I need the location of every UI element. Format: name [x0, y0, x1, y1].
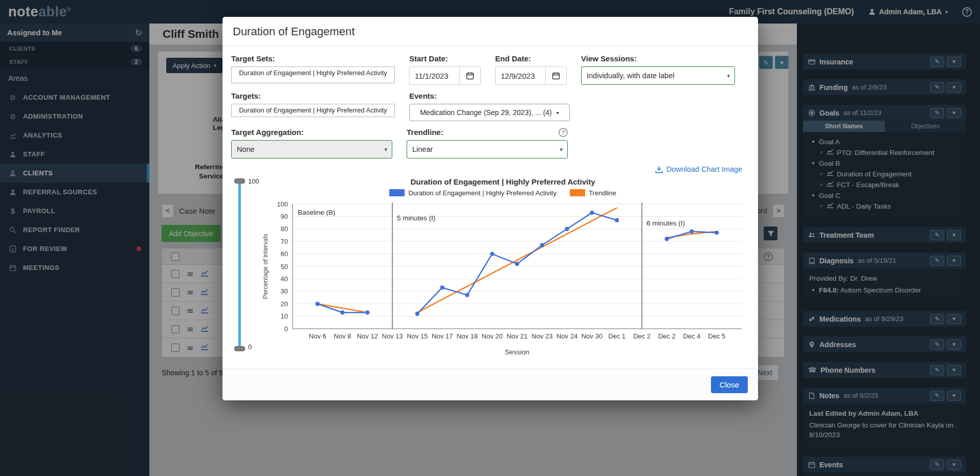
chart-legend: Duration of Engagement | Highly Preferre… — [260, 189, 746, 197]
targets-label: Targets: — [231, 92, 395, 100]
download-row: Download Chart Image — [231, 165, 749, 175]
svg-text:6 minutes (I): 6 minutes (I) — [647, 219, 685, 227]
target-aggregation-value: None — [237, 145, 255, 153]
trendline-help-icon[interactable]: ? — [559, 128, 568, 137]
svg-text:Nov 23: Nov 23 — [531, 332, 552, 340]
target-aggregation-select[interactable]: None ▾ — [231, 140, 392, 158]
svg-text:Nov 8: Nov 8 — [334, 332, 351, 340]
form-row-2: Targets: Duration of Engagement | Highly… — [231, 92, 749, 121]
slider-min-value: 0 — [248, 343, 252, 351]
engagement-line-chart: 0102030405060708090100Nov 6Nov 8Nov 12No… — [260, 200, 746, 357]
end-date-label: End Date: — [495, 54, 567, 63]
chart-column: Duration of Engagement | Highly Preferre… — [260, 177, 746, 359]
svg-text:Nov 6: Nov 6 — [309, 332, 326, 340]
trendline-field: Trendline: ? Linear ▾ — [407, 128, 568, 158]
calendar-icon — [552, 72, 560, 80]
chart-area: 100 0 Duration of Engagement | Highly Pr… — [231, 177, 749, 359]
start-date-field: Start Date: — [409, 54, 481, 85]
svg-text:Nov 20: Nov 20 — [482, 332, 503, 340]
slider-min-handle[interactable] — [234, 346, 245, 351]
form-row-1: Target Sets: Duration of Engagement | Hi… — [231, 54, 749, 85]
svg-text:Dec 4: Dec 4 — [683, 332, 700, 340]
view-sessions-field: View Sessions: Individually, with date l… — [581, 54, 735, 85]
events-dropdown[interactable]: Medication Change (Sep 29, 2023), ... (4… — [409, 104, 570, 121]
y-axis-range-slider[interactable]: 100 0 — [231, 179, 260, 353]
slider-max-handle[interactable] — [234, 178, 245, 184]
svg-text:90: 90 — [281, 212, 288, 220]
target-sets-field: Target Sets: Duration of Engagement | Hi… — [231, 54, 395, 85]
svg-text:Baseline (B): Baseline (B) — [298, 209, 336, 216]
target-sets-label: Target Sets: — [231, 54, 395, 63]
svg-text:Nov 30: Nov 30 — [582, 332, 603, 340]
events-field: Events: Medication Change (Sep 29, 2023)… — [409, 92, 570, 121]
start-date-label: Start Date: — [409, 54, 481, 63]
start-date-calendar-button[interactable] — [459, 66, 481, 85]
svg-text:5 minutes (I): 5 minutes (I) — [397, 214, 435, 221]
svg-text:Nov 12: Nov 12 — [357, 332, 378, 340]
trendline-label: Trendline: — [407, 128, 443, 137]
duration-of-engagement-modal: Duration of Engagement Target Sets: Dura… — [222, 17, 758, 400]
svg-text:Dec 2: Dec 2 — [658, 332, 676, 340]
modal-title: Duration of Engagement — [233, 25, 748, 38]
slider-track[interactable] — [238, 180, 241, 350]
svg-text:Nov 13: Nov 13 — [382, 332, 403, 340]
download-chart-image-link[interactable]: Download Chart Image — [655, 165, 742, 173]
svg-text:20: 20 — [281, 300, 288, 307]
modal-footer: Close — [222, 369, 758, 400]
legend-label: Trendline — [589, 189, 616, 197]
chevron-down-icon: ▾ — [727, 73, 730, 79]
download-link-label: Download Chart Image — [666, 165, 742, 173]
view-sessions-value: Individually, with date label — [587, 72, 674, 80]
svg-text:Nov 17: Nov 17 — [432, 332, 453, 340]
chevron-down-icon: ▾ — [384, 146, 387, 153]
modal-body: Target Sets: Duration of Engagement | Hi… — [222, 46, 758, 369]
chart-title: Duration of Engagement | Highly Preferre… — [260, 177, 746, 186]
view-sessions-select[interactable]: Individually, with date label ▾ — [581, 66, 735, 85]
events-value: Medication Change (Sep 29, 2023), ... (4… — [420, 108, 552, 117]
svg-text:Percentage of intervals: Percentage of intervals — [262, 234, 269, 299]
svg-text:10: 10 — [281, 312, 288, 320]
svg-text:Dec 5: Dec 5 — [708, 332, 725, 340]
targets-field: Targets: Duration of Engagement | Highly… — [231, 92, 395, 121]
svg-text:30: 30 — [281, 287, 288, 295]
chevron-down-icon: ▾ — [556, 110, 559, 116]
target-aggregation-label: Target Aggregation: — [231, 128, 392, 137]
target-aggregation-field: Target Aggregation: None ▾ — [231, 128, 392, 158]
modal-header: Duration of Engagement — [222, 17, 758, 46]
legend-item-series: Duration of Engagement | Highly Preferre… — [389, 189, 556, 197]
view-sessions-label: View Sessions: — [581, 54, 735, 63]
svg-text:80: 80 — [281, 225, 288, 233]
form-row-3: Target Aggregation: None ▾ Trendline: ? … — [231, 128, 749, 158]
chevron-down-icon: ▾ — [560, 146, 563, 153]
legend-swatch-orange — [570, 189, 585, 196]
targets-selected-option[interactable]: Duration of Engagement | Highly Preferre… — [235, 106, 391, 115]
svg-text:Dec 1: Dec 1 — [608, 332, 626, 340]
svg-text:70: 70 — [281, 237, 288, 245]
trendline-select[interactable]: Linear ▾ — [407, 140, 568, 158]
svg-text:Dec 2: Dec 2 — [633, 332, 651, 340]
end-date-field: End Date: — [495, 54, 567, 85]
trendline-value: Linear — [412, 145, 433, 153]
svg-text:60: 60 — [281, 250, 288, 258]
app-root: noteable® Family First Counseling (DEMO)… — [0, 0, 980, 476]
close-button[interactable]: Close — [711, 376, 748, 393]
download-icon — [655, 166, 663, 173]
legend-swatch-blue — [389, 189, 405, 196]
calendar-icon — [466, 72, 474, 80]
svg-text:Session: Session — [505, 348, 529, 356]
svg-text:100: 100 — [277, 200, 288, 208]
svg-text:Nov 18: Nov 18 — [457, 332, 478, 340]
end-date-calendar-button[interactable] — [545, 66, 567, 85]
svg-text:40: 40 — [281, 275, 288, 282]
slider-max-value: 100 — [248, 177, 259, 185]
svg-text:50: 50 — [281, 262, 288, 270]
legend-label: Duration of Engagement | Highly Preferre… — [408, 189, 556, 197]
svg-text:Nov 21: Nov 21 — [506, 332, 527, 340]
targets-listbox[interactable]: Duration of Engagement | Highly Preferre… — [231, 104, 395, 117]
target-sets-selected-option[interactable]: Duration of Engagement | Highly Preferre… — [235, 69, 391, 77]
target-sets-listbox[interactable]: Duration of Engagement | Highly Preferre… — [231, 66, 395, 83]
end-date-input[interactable] — [495, 66, 545, 85]
svg-text:Nov 15: Nov 15 — [407, 332, 428, 340]
events-label: Events: — [409, 92, 570, 100]
start-date-input[interactable] — [409, 66, 459, 85]
